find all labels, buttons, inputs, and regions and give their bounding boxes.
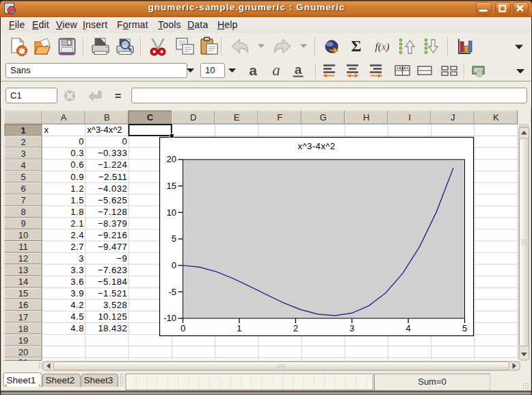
svg-text:−9: −9 [116, 253, 127, 264]
svg-text:Sheet1: Sheet1 [7, 375, 36, 385]
svg-text:0: 0 [79, 136, 84, 146]
svg-text:-5: -5 [168, 287, 176, 297]
svg-text:−7.128: −7.128 [98, 207, 127, 217]
svg-text:=: = [115, 90, 121, 102]
svg-text:8: 8 [21, 207, 25, 217]
svg-text:4: 4 [21, 160, 25, 170]
svg-text:x^3-4x^2: x^3-4x^2 [297, 141, 335, 151]
svg-text:I: I [408, 112, 411, 123]
svg-text:2: 2 [293, 323, 298, 333]
svg-text:6: 6 [21, 183, 25, 194]
svg-text:14: 14 [18, 277, 28, 287]
svg-text:a: a [249, 62, 257, 78]
svg-text:0.9: 0.9 [70, 172, 84, 182]
svg-text:13: 13 [18, 265, 28, 275]
svg-text:0.6: 0.6 [70, 160, 84, 170]
svg-text:0: 0 [172, 260, 176, 270]
svg-text:−1.224: −1.224 [98, 160, 127, 170]
svg-text:10: 10 [18, 230, 28, 240]
svg-text:1.8: 1.8 [70, 207, 84, 217]
svg-text:9: 9 [21, 218, 25, 229]
svg-text:20: 20 [18, 347, 28, 357]
svg-text:3: 3 [79, 253, 84, 264]
svg-text:a: a [295, 62, 302, 77]
svg-text:5: 5 [21, 172, 25, 182]
svg-text:−9.477: −9.477 [98, 242, 127, 252]
svg-text:2.1: 2.1 [70, 218, 84, 229]
svg-text:10: 10 [167, 207, 176, 218]
svg-text:3: 3 [349, 323, 354, 333]
svg-text:15: 15 [167, 181, 176, 191]
svg-text:K: K [493, 112, 499, 123]
svg-text:2.7: 2.7 [70, 242, 84, 252]
svg-text:3.6: 3.6 [70, 277, 84, 287]
svg-text:−2.511: −2.511 [98, 172, 127, 182]
svg-text:20: 20 [167, 154, 176, 164]
svg-text:4: 4 [405, 323, 410, 333]
svg-text:−9.216: −9.216 [98, 230, 127, 240]
svg-text:−5.184: −5.184 [98, 277, 127, 287]
svg-text:0: 0 [122, 136, 127, 146]
svg-text:A: A [61, 112, 67, 123]
svg-text:3.528: 3.528 [103, 300, 127, 310]
svg-text:4.8: 4.8 [70, 323, 84, 333]
svg-text:1.2: 1.2 [70, 183, 84, 194]
svg-text:x: x [44, 125, 49, 135]
svg-text:−8.379: −8.379 [98, 218, 127, 229]
svg-text:D: D [190, 112, 196, 123]
svg-text:1: 1 [21, 125, 25, 136]
svg-text:Sheet2: Sheet2 [45, 375, 75, 385]
svg-text:G: G [319, 112, 326, 123]
svg-text:2.4: 2.4 [70, 230, 84, 240]
svg-text:5: 5 [462, 323, 467, 333]
svg-text:0.3: 0.3 [70, 148, 84, 158]
svg-text:3: 3 [21, 149, 25, 159]
svg-text:Sum=0: Sum=0 [418, 377, 447, 387]
svg-text:H: H [363, 112, 369, 123]
svg-text:4.5: 4.5 [70, 311, 84, 322]
svg-text:1.5: 1.5 [70, 195, 84, 205]
svg-text:18: 18 [18, 324, 28, 334]
svg-text:Σ: Σ [351, 38, 361, 55]
svg-text:−7.623: −7.623 [98, 265, 127, 275]
svg-text:−5.625: −5.625 [98, 195, 127, 205]
svg-text:3.3: 3.3 [70, 265, 84, 275]
svg-text:F: F [277, 112, 282, 123]
svg-text:16: 16 [18, 300, 28, 310]
svg-text:15: 15 [18, 288, 28, 298]
svg-text:10.125: 10.125 [98, 311, 127, 322]
svg-text:12: 12 [18, 253, 28, 264]
svg-text:2: 2 [21, 137, 25, 147]
svg-text:18.432: 18.432 [98, 323, 127, 333]
svg-text:17: 17 [18, 312, 28, 322]
svg-text:0: 0 [181, 323, 185, 333]
svg-text:−0.333: −0.333 [98, 148, 127, 158]
svg-text:Sheet3: Sheet3 [83, 375, 113, 385]
svg-text:x^3-4x^2: x^3-4x^2 [87, 125, 122, 135]
svg-text:7: 7 [21, 195, 25, 205]
svg-text:f(x): f(x) [375, 41, 390, 53]
svg-text:−1.521: −1.521 [98, 288, 127, 298]
svg-text:−4.032: −4.032 [98, 183, 127, 194]
svg-text:4.2: 4.2 [70, 300, 84, 310]
svg-text:C: C [147, 112, 154, 123]
svg-text:3.9: 3.9 [70, 288, 84, 298]
svg-text:B: B [104, 112, 110, 123]
svg-text:5: 5 [172, 233, 176, 244]
svg-text:J: J [451, 112, 455, 123]
svg-text:a: a [401, 66, 404, 71]
svg-text:a: a [272, 62, 280, 79]
svg-text:-10: -10 [163, 313, 176, 323]
svg-text:1: 1 [237, 323, 241, 333]
svg-text:11: 11 [18, 242, 28, 252]
svg-text:E: E [234, 112, 240, 123]
svg-text:19: 19 [18, 335, 28, 346]
